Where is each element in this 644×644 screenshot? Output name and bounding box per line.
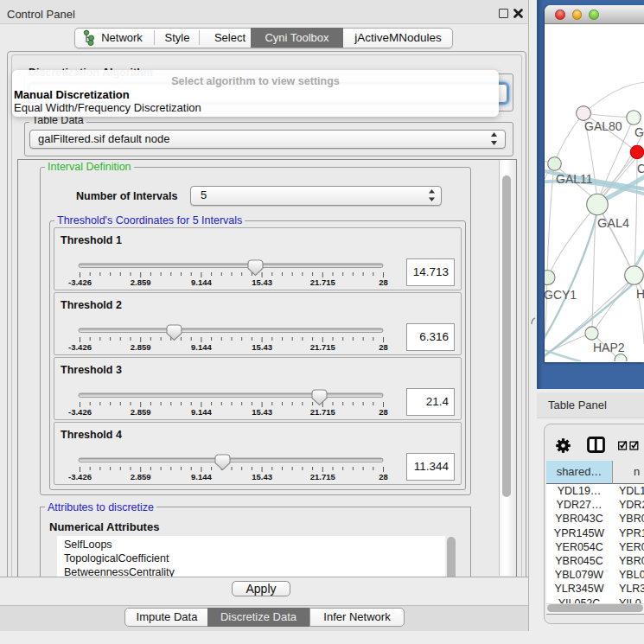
svg-text:GAL80: GAL80 [584,119,622,133]
svg-text:HAP2: HAP2 [593,341,625,354]
svg-text:9.144: 9.144 [191,407,212,417]
svg-text:21.715: 21.715 [310,472,336,481]
svg-text:GAL4: GAL4 [597,216,629,230]
svg-text:15.43: 15.43 [252,472,272,481]
svg-text:15.43: 15.43 [252,342,272,352]
svg-text:GAL11: GAL11 [556,172,593,186]
svg-text:28: 28 [379,277,388,287]
svg-text:-3.426: -3.426 [68,472,92,481]
svg-text:-3.426: -3.426 [68,277,92,287]
svg-text:-3.426: -3.426 [68,342,92,352]
svg-text:2.859: 2.859 [131,407,151,417]
svg-text:H: H [636,287,644,301]
svg-text:28: 28 [379,472,388,481]
svg-text:-3.426: -3.426 [68,407,92,417]
svg-text:21.715: 21.715 [310,407,336,417]
svg-text:15.43: 15.43 [252,277,272,287]
svg-text:2.859: 2.859 [131,342,151,352]
svg-text:GCY1: GCY1 [545,288,577,302]
svg-text:9.144: 9.144 [191,277,212,287]
svg-text:21.715: 21.715 [310,342,336,352]
svg-text:2.859: 2.859 [131,277,151,287]
svg-text:9.144: 9.144 [191,472,212,481]
svg-text:GA: GA [634,125,644,139]
svg-text:28: 28 [379,342,388,352]
svg-text:28: 28 [379,407,388,417]
svg-text:15.43: 15.43 [252,407,272,417]
svg-text:2.859: 2.859 [131,472,151,481]
svg-text:C: C [637,162,644,175]
svg-text:9.144: 9.144 [191,342,212,352]
svg-text:21.715: 21.715 [310,277,336,287]
